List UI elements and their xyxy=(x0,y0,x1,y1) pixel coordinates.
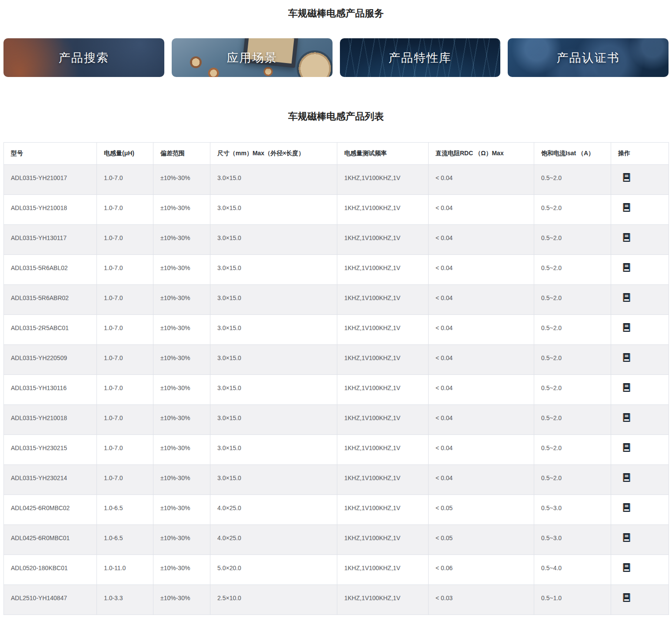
banner-certificates[interactable]: 产品认证书 xyxy=(508,38,669,77)
column-header-tolerance: 偏差范围 xyxy=(153,143,210,165)
banner-label: 产品特性库 xyxy=(389,50,452,66)
detail-button[interactable] xyxy=(622,263,631,272)
cell-size: 2.5×10.0 xyxy=(210,585,337,615)
cell-operation xyxy=(611,495,669,525)
cell-inductance: 1.0-7.0 xyxy=(97,195,153,225)
table-row: ADL0315-5R6ABL02 1.0-7.0 ±10%-30% 3.0×15… xyxy=(4,255,669,285)
table-row: ADL0425-6R0MBC01 1.0-6.5 ±10%-30% 4.0×25… xyxy=(4,525,669,555)
detail-button[interactable] xyxy=(622,323,631,332)
cell-rdc: < 0.04 xyxy=(429,195,534,225)
cell-model: ADL0425-6R0MBC02 xyxy=(4,495,97,525)
cell-tolerance: ±10%-30% xyxy=(153,435,210,465)
cell-frequency: 1KHZ,1V100KHZ,1V xyxy=(337,555,429,585)
cell-tolerance: ±10%-30% xyxy=(153,585,210,615)
book-icon xyxy=(622,597,631,604)
cell-tolerance: ±10%-30% xyxy=(153,195,210,225)
detail-button[interactable] xyxy=(622,533,631,542)
detail-button[interactable] xyxy=(622,173,631,182)
detail-button[interactable] xyxy=(622,383,631,392)
cell-isat: 0.5~3.0 xyxy=(534,495,611,525)
cell-operation xyxy=(611,585,669,615)
column-header-frequency: 电感量测试频率 xyxy=(337,143,429,165)
cell-tolerance: ±10%-30% xyxy=(153,375,210,405)
table-row: ADL0315-YH220509 1.0-7.0 ±10%-30% 3.0×15… xyxy=(4,345,669,375)
cell-rdc: < 0.04 xyxy=(429,165,534,195)
table-row: ADL0425-6R0MBC02 1.0-6.5 ±10%-30% 4.0×25… xyxy=(4,495,669,525)
cell-frequency: 1KHZ,1V100KHZ,1V xyxy=(337,225,429,255)
cell-model: ADL0315-YH130117 xyxy=(4,225,97,255)
table-header: 型号 电感量(μH) 偏差范围 尺寸（mm）Max（外径×长度） 电感量测试频率… xyxy=(4,143,669,165)
table-row: ADL2510-YH140847 1.0-3.3 ±10%-30% 2.5×10… xyxy=(4,585,669,615)
detail-button[interactable] xyxy=(622,503,631,512)
cell-model: ADL0315-5R6ABL02 xyxy=(4,255,97,285)
cell-isat: 0.5~2.0 xyxy=(534,345,611,375)
cell-inductance: 1.0-7.0 xyxy=(97,225,153,255)
banner-label: 应用场景 xyxy=(227,50,277,66)
cell-inductance: 1.0-7.0 xyxy=(97,285,153,315)
book-icon xyxy=(622,567,631,574)
book-icon xyxy=(622,237,631,244)
cell-frequency: 1KHZ,1V100KHZ,1V xyxy=(337,255,429,285)
cell-tolerance: ±10%-30% xyxy=(153,345,210,375)
cell-model: ADL0315-2R5ABC01 xyxy=(4,315,97,345)
page: 车规磁棒电感产品服务 产品搜索 应用场景 产品特性库 产品认证书 车规磁棒电感产… xyxy=(0,8,672,615)
page-title: 车规磁棒电感产品服务 xyxy=(0,8,672,19)
cell-size: 3.0×15.0 xyxy=(210,285,337,315)
cell-isat: 0.5~2.0 xyxy=(534,375,611,405)
cell-isat: 0.5~3.0 xyxy=(534,525,611,555)
cell-size: 3.0×15.0 xyxy=(210,195,337,225)
banner-row: 产品搜索 应用场景 产品特性库 产品认证书 xyxy=(0,38,672,77)
cell-inductance: 1.0-6.5 xyxy=(97,495,153,525)
detail-button[interactable] xyxy=(622,203,631,212)
cell-model: ADL0315-YH210018 xyxy=(4,405,97,435)
cell-model: ADL2510-YH140847 xyxy=(4,585,97,615)
list-title: 车规磁棒电感产品列表 xyxy=(0,111,672,122)
banner-feature-library[interactable]: 产品特性库 xyxy=(340,38,501,77)
cell-operation xyxy=(611,285,669,315)
cell-operation xyxy=(611,435,669,465)
cell-tolerance: ±10%-30% xyxy=(153,285,210,315)
cell-inductance: 1.0-7.0 xyxy=(97,345,153,375)
detail-button[interactable] xyxy=(622,233,631,242)
cell-operation xyxy=(611,375,669,405)
detail-button[interactable] xyxy=(622,353,631,362)
cell-size: 4.0×25.0 xyxy=(210,495,337,525)
cell-model: ADL0315-YH220509 xyxy=(4,345,97,375)
table-row: ADL0315-YH230214 1.0-7.0 ±10%-30% 3.0×15… xyxy=(4,465,669,495)
banner-application-scenarios[interactable]: 应用场景 xyxy=(172,38,333,77)
banner-label: 产品认证书 xyxy=(557,50,620,66)
cell-rdc: < 0.04 xyxy=(429,225,534,255)
cell-model: ADL0315-YH230215 xyxy=(4,435,97,465)
detail-button[interactable] xyxy=(622,413,631,422)
column-header-inductance: 电感量(μH) xyxy=(97,143,153,165)
cell-isat: 0.5~1.0 xyxy=(534,585,611,615)
book-icon xyxy=(622,327,631,334)
banner-product-search[interactable]: 产品搜索 xyxy=(3,38,164,77)
cell-operation xyxy=(611,345,669,375)
detail-button[interactable] xyxy=(622,593,631,602)
cell-size: 3.0×15.0 xyxy=(210,255,337,285)
cell-tolerance: ±10%-30% xyxy=(153,255,210,285)
detail-button[interactable] xyxy=(622,563,631,572)
detail-button[interactable] xyxy=(622,293,631,302)
column-header-operation: 操作 xyxy=(611,143,669,165)
cell-rdc: < 0.04 xyxy=(429,315,534,345)
detail-button[interactable] xyxy=(622,443,631,452)
cell-frequency: 1KHZ,1V100KHZ,1V xyxy=(337,405,429,435)
cell-operation xyxy=(611,525,669,555)
cell-isat: 0.5~2.0 xyxy=(534,405,611,435)
cell-tolerance: ±10%-30% xyxy=(153,495,210,525)
column-header-model: 型号 xyxy=(4,143,97,165)
cell-size: 3.0×15.0 xyxy=(210,405,337,435)
banner-label: 产品搜索 xyxy=(59,50,109,66)
table-row: ADL0315-2R5ABC01 1.0-7.0 ±10%-30% 3.0×15… xyxy=(4,315,669,345)
cell-operation xyxy=(611,255,669,285)
cell-isat: 0.5~2.0 xyxy=(534,465,611,495)
cell-inductance: 1.0-7.0 xyxy=(97,465,153,495)
cell-inductance: 1.0-7.0 xyxy=(97,405,153,435)
detail-button[interactable] xyxy=(622,473,631,482)
cell-rdc: < 0.03 xyxy=(429,585,534,615)
cell-rdc: < 0.04 xyxy=(429,405,534,435)
cell-rdc: < 0.04 xyxy=(429,435,534,465)
cell-isat: 0.5~2.0 xyxy=(534,315,611,345)
